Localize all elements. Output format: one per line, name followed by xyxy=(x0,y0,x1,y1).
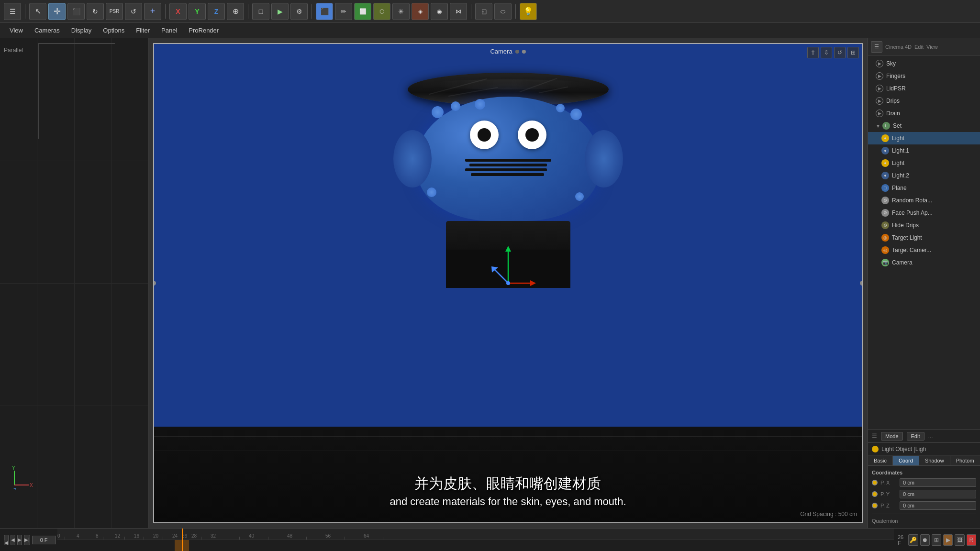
frame-input[interactable] xyxy=(32,536,56,544)
polygon-button[interactable]: ⬡ xyxy=(373,3,390,20)
hamburger-menu-button[interactable]: ☰ xyxy=(4,3,21,20)
light-button[interactable]: 💡 xyxy=(520,3,537,20)
tree-item-target-light[interactable]: ◎ Target Light xyxy=(868,231,980,244)
timeline-start-button[interactable]: |◀ xyxy=(4,535,9,545)
view-menu[interactable]: View xyxy=(4,23,29,38)
file-menu-rp[interactable]: Cinema 4D xyxy=(885,44,912,50)
character-3d-object[interactable] xyxy=(393,73,623,288)
filter-menu[interactable]: Filter xyxy=(130,23,156,38)
spline-button[interactable]: ✳ xyxy=(392,3,410,20)
ruler-mark-20: 20 xyxy=(153,533,158,539)
timeline-track[interactable]: 0 4 8 12 16 20 24 26 28 32 40 48 56 64 xyxy=(57,529,894,551)
ruler-line xyxy=(239,537,240,540)
tree-item-light2[interactable]: ● Light.2 xyxy=(868,169,980,182)
cube-icon: ⬛ xyxy=(321,8,329,15)
tree-item-random-rota[interactable]: ⚙ Random Rota... xyxy=(868,194,980,207)
edit-menu-rp[interactable]: Edit xyxy=(914,44,924,50)
timeline-expand-button[interactable]: ⊞ xyxy=(932,534,941,546)
tab-shadow[interactable]: Shadow xyxy=(919,456,950,465)
prorender-menu[interactable]: ProRender xyxy=(183,23,224,38)
tag-button[interactable]: ⬭ xyxy=(494,3,512,20)
y-axis-button[interactable]: Y xyxy=(189,3,206,20)
box-button[interactable]: ⬜ xyxy=(354,3,371,20)
tree-item-camera[interactable]: 📷 Camera xyxy=(868,256,980,269)
pen-button[interactable]: ✏ xyxy=(335,3,352,20)
camera-object-button[interactable]: □ xyxy=(252,3,269,20)
material-button[interactable]: ◱ xyxy=(475,3,492,20)
rrcg-button[interactable]: R xyxy=(967,534,976,546)
tree-item-light-main[interactable]: ● Light xyxy=(868,132,980,144)
cameras-menu[interactable]: Cameras xyxy=(29,23,66,38)
tree-item-light1[interactable]: ● Light.1 xyxy=(868,144,980,157)
tree-item-target-camera[interactable]: ◎ Target Camer... xyxy=(868,244,980,256)
tree-item-hide-drips[interactable]: ⚙ Hide Drips xyxy=(868,219,980,231)
x-axis-button[interactable]: X xyxy=(169,3,187,20)
set-folder-icon: L xyxy=(882,122,890,130)
tree-item-drips[interactable]: ▶ Drips xyxy=(868,95,980,107)
viewport-split-button[interactable]: ⊞ xyxy=(847,47,859,58)
hide-drips-label: Hide Drips xyxy=(892,222,919,229)
mode-button[interactable]: Mode xyxy=(881,432,903,441)
prop-value-py[interactable] xyxy=(900,490,976,498)
timeline-playhead[interactable] xyxy=(182,529,183,551)
effector-button[interactable]: ◉ xyxy=(431,3,448,20)
add-object-button[interactable]: + xyxy=(144,3,161,20)
view-menu-rp[interactable]: View xyxy=(926,44,938,50)
ruler-mark-64: 64 xyxy=(364,533,369,539)
timeline-play-button[interactable]: ▶ xyxy=(17,535,22,545)
timeline-next-button[interactable]: ▶| xyxy=(24,535,30,545)
light1-icon: ● xyxy=(881,147,889,154)
tab-coord[interactable]: Coord xyxy=(893,456,919,465)
camera-frame-icon: □ xyxy=(259,8,263,15)
tab-photom[interactable]: Photom xyxy=(950,456,980,465)
hamburger-icon-rp[interactable]: ☰ xyxy=(871,41,882,53)
panel-menu[interactable]: Panel xyxy=(156,23,183,38)
prop-value-px[interactable] xyxy=(900,478,976,487)
cube-button[interactable]: ⬛ xyxy=(316,3,333,20)
light-object-icon xyxy=(872,446,879,452)
deformer-button[interactable]: ◈ xyxy=(412,3,429,20)
scale-tool-button[interactable]: ⬛ xyxy=(67,3,85,20)
subtitle-overlay: 并为皮肤、眼睛和嘴创建材质 and create materials for t… xyxy=(390,474,626,508)
tree-item-plane[interactable]: □ Plane xyxy=(868,182,980,194)
world-coord-button[interactable]: ⊕ xyxy=(227,3,244,20)
tree-item-lidpsr[interactable]: ▶ LidPSR xyxy=(868,82,980,95)
display-menu[interactable]: Display xyxy=(66,23,98,38)
tree-item-fingers[interactable]: ▶ Fingers xyxy=(868,70,980,82)
character-head-body xyxy=(417,97,599,221)
prop-value-pz[interactable] xyxy=(900,501,976,510)
timeline-prev-button[interactable]: ◀ xyxy=(11,535,15,545)
select-tool-button[interactable]: ↖ xyxy=(29,3,46,20)
render-button[interactable]: ▶ xyxy=(943,534,953,546)
render-settings-button[interactable]: ⚙ xyxy=(290,3,308,20)
options-menu[interactable]: Options xyxy=(97,23,130,38)
viewport-minimize-button[interactable]: ⇩ xyxy=(821,47,832,58)
tree-item-sky[interactable]: ▶ Sky xyxy=(868,57,980,70)
reset-psr-button[interactable]: ↺ xyxy=(125,3,142,20)
psr-button[interactable]: PSR xyxy=(106,3,123,20)
camera-obj-icon: 📷 xyxy=(881,259,889,266)
timeline-controls: |◀ ◀ ▶ ▶| xyxy=(0,535,57,545)
key-button[interactable]: 🔑 xyxy=(908,534,918,546)
autokey-button[interactable]: ⏺ xyxy=(920,534,930,546)
render-view-button[interactable]: 🖼 xyxy=(955,534,964,546)
tree-item-drain[interactable]: ▶ Drain xyxy=(868,107,980,120)
properties-mode-bar: ☰ Mode Edit ... xyxy=(868,430,980,443)
right-eye xyxy=(518,121,546,149)
tab-basic[interactable]: Basic xyxy=(868,456,893,465)
move-tool-button[interactable]: ✛ xyxy=(48,3,66,20)
play-button[interactable]: ▶ xyxy=(271,3,289,20)
viewport-maximize-button[interactable]: ⇧ xyxy=(807,47,819,58)
toolbar-separator-6 xyxy=(515,4,516,19)
viewport-refresh-button[interactable]: ↺ xyxy=(834,47,846,58)
boole-button[interactable]: ⋈ xyxy=(450,3,467,20)
light-main-label: Light xyxy=(892,135,904,142)
random-rota-icon: ⚙ xyxy=(881,197,889,204)
tree-item-face-push[interactable]: ⚙ Face Push Ap... xyxy=(868,207,980,219)
edit-button[interactable]: Edit xyxy=(907,432,924,441)
center-viewport[interactable]: Camera xyxy=(148,38,868,528)
tree-item-set[interactable]: ▼ L Set xyxy=(868,120,980,132)
rotate-tool-button[interactable]: ↻ xyxy=(87,3,104,20)
tree-item-light2-label[interactable]: ● Light xyxy=(868,157,980,169)
z-axis-button[interactable]: Z xyxy=(208,3,225,20)
